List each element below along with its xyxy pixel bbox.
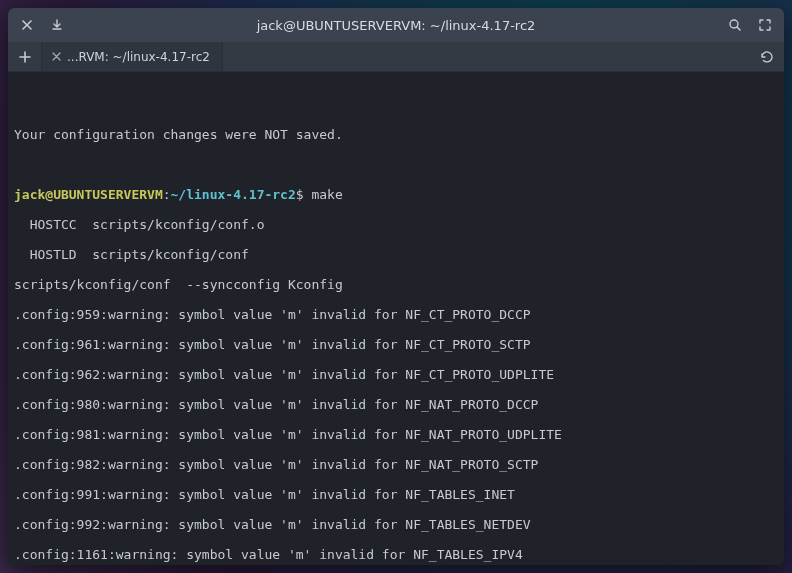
terminal-viewport[interactable]: Your configuration changes were NOT save… xyxy=(8,72,784,565)
new-tab-button[interactable] xyxy=(8,42,42,71)
terminal-line: Your configuration changes were NOT save… xyxy=(14,127,778,142)
terminal-line xyxy=(14,157,778,172)
terminal-line: .config:991:warning: symbol value 'm' in… xyxy=(14,487,778,502)
terminal-line xyxy=(14,97,778,112)
close-icon[interactable] xyxy=(16,14,38,36)
tabbar: ...RVM: ~/linux-4.17-rc2 xyxy=(8,42,784,72)
titlebar: jack@UBUNTUSERVERVM: ~/linux-4.17-rc2 xyxy=(8,8,784,42)
search-icon[interactable] xyxy=(724,14,746,36)
terminal-line: HOSTLD scripts/kconfig/conf xyxy=(14,247,778,262)
terminal-line: .config:981:warning: symbol value 'm' in… xyxy=(14,427,778,442)
terminal-line: scripts/kconfig/conf --syncconfig Kconfi… xyxy=(14,277,778,292)
prompt-dollar: $ xyxy=(296,187,304,202)
terminal-line: .config:992:warning: symbol value 'm' in… xyxy=(14,517,778,532)
terminal-window: jack@UBUNTUSERVERVM: ~/linux-4.17-rc2 ..… xyxy=(8,8,784,565)
history-icon[interactable] xyxy=(750,42,784,71)
close-tab-icon[interactable] xyxy=(52,52,61,61)
terminal-line: .config:980:warning: symbol value 'm' in… xyxy=(14,397,778,412)
prompt-line: jack@UBUNTUSERVERVM:~/linux-4.17-rc2$ ma… xyxy=(14,187,778,202)
terminal-line: .config:959:warning: symbol value 'm' in… xyxy=(14,307,778,322)
terminal-line: .config:961:warning: symbol value 'm' in… xyxy=(14,337,778,352)
tab-terminal[interactable]: ...RVM: ~/linux-4.17-rc2 xyxy=(42,42,223,71)
prompt-path: ~/linux-4.17-rc2 xyxy=(171,187,296,202)
tab-label: ...RVM: ~/linux-4.17-rc2 xyxy=(67,50,210,64)
terminal-line: .config:1161:warning: symbol value 'm' i… xyxy=(14,547,778,562)
prompt-sep: : xyxy=(163,187,171,202)
terminal-line: .config:982:warning: symbol value 'm' in… xyxy=(14,457,778,472)
window-title: jack@UBUNTUSERVERVM: ~/linux-4.17-rc2 xyxy=(76,18,716,33)
prompt-user: jack@UBUNTUSERVERVM xyxy=(14,187,163,202)
download-icon[interactable] xyxy=(46,14,68,36)
terminal-line: HOSTCC scripts/kconfig/conf.o xyxy=(14,217,778,232)
tabbar-spacer xyxy=(223,42,750,71)
fullscreen-icon[interactable] xyxy=(754,14,776,36)
prompt-command: make xyxy=(311,187,342,202)
terminal-line: .config:962:warning: symbol value 'm' in… xyxy=(14,367,778,382)
